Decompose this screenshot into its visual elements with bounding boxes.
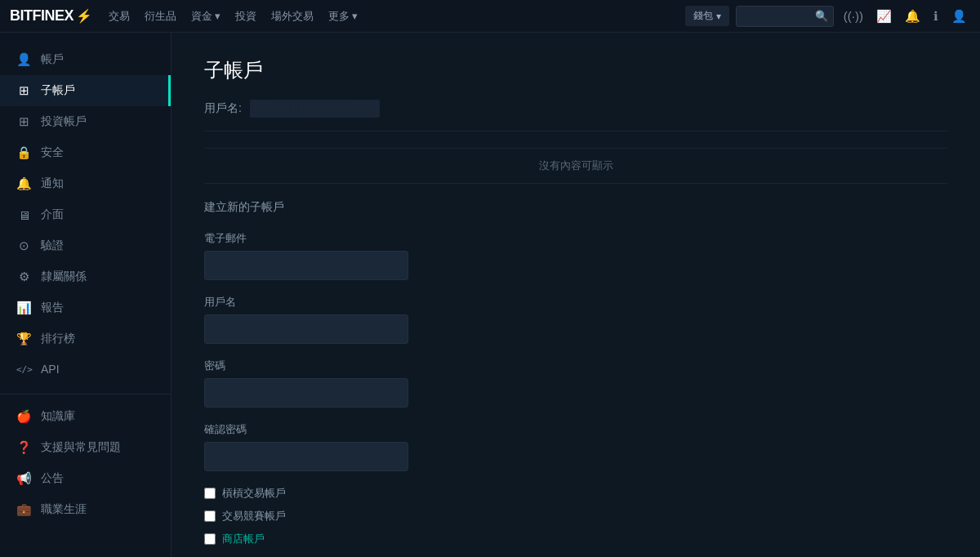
checkbox-group: 槓槓交易帳戶 交易競賽帳戶 商店帳戶: [204, 486, 947, 546]
sidebar-item-leaderboard[interactable]: 🏆 排行榜: [0, 323, 171, 354]
nav-item-otc[interactable]: 場外交易: [271, 9, 314, 24]
sidebar-item-knowledge-base[interactable]: 🍎 知識庫: [0, 401, 171, 432]
sidebar-item-label-sub-account: 子帳戶: [41, 83, 75, 98]
page-title: 子帳戶: [204, 57, 947, 83]
username-form-label: 用戶名: [204, 295, 947, 310]
notification-icon: 🔔: [16, 176, 31, 191]
monitor-icon: 🖥: [16, 208, 31, 222]
sidebar: 👤 帳戶 ⊞ 子帳戶 ⊞ 投資帳戶 🔒 安全 🔔 通知 🖥 介面: [0, 33, 172, 557]
nav-item-invest[interactable]: 投資: [235, 9, 256, 24]
bell-icon[interactable]: 🔔: [902, 6, 924, 27]
username-value: ██████████: [250, 100, 380, 118]
trading-competition-checkbox[interactable]: [204, 510, 216, 522]
chevron-down-icon: ▾: [215, 10, 220, 22]
verification-icon: ⊙: [16, 238, 31, 253]
username-input[interactable]: [204, 314, 408, 344]
main-nav: 交易 衍生品 資金 ▾ 投資 場外交易 更多 ▾: [109, 9, 685, 24]
password-form-group: 密碼: [204, 359, 947, 408]
nav-item-trade[interactable]: 交易: [109, 9, 130, 24]
shop-account-checkbox[interactable]: [204, 533, 216, 545]
trading-competition-checkbox-item[interactable]: 交易競賽帳戶: [204, 509, 947, 524]
sidebar-item-career[interactable]: 💼 職業生涯: [0, 494, 171, 525]
margin-account-checkbox[interactable]: [204, 488, 216, 499]
sidebar-item-label-support: 支援與常見問題: [41, 440, 121, 455]
knowledge-icon: 🍎: [16, 409, 31, 424]
sidebar-item-sub-account[interactable]: ⊞ 子帳戶: [0, 75, 171, 106]
sidebar-item-label-security: 安全: [41, 145, 64, 160]
sidebar-item-label-interface: 介面: [41, 207, 64, 222]
lock-icon: 🔒: [16, 145, 31, 160]
sub-account-icon: ⊞: [16, 83, 31, 98]
user-icon[interactable]: 👤: [948, 6, 970, 27]
divider: [204, 131, 947, 131]
main-content: 子帳戶 用戶名: ██████████ 沒有內容可顯示 建立新的子帳戶 電子郵件…: [172, 33, 980, 557]
sidebar-item-label-report: 報告: [41, 301, 64, 315]
announcement-icon: 📢: [16, 471, 31, 486]
username-row: 用戶名: ██████████: [204, 100, 947, 118]
sidebar-item-verification[interactable]: ⊙ 驗證: [0, 230, 171, 261]
shop-account-checkbox-item[interactable]: 商店帳戶: [204, 532, 947, 546]
sidebar-item-invest-account[interactable]: ⊞ 投資帳戶: [0, 106, 171, 137]
username-label: 用戶名:: [204, 101, 242, 116]
search-input[interactable]: [742, 11, 815, 22]
report-icon: 📊: [16, 301, 31, 315]
no-content-message: 沒有內容可顯示: [204, 148, 947, 184]
logo-text: BITFINEX: [10, 7, 74, 25]
sidebar-item-label-leaderboard: 排行榜: [41, 332, 75, 346]
shop-account-label: 商店帳戶: [222, 532, 265, 546]
trophy-icon: 🏆: [16, 332, 31, 346]
username-form-group: 用戶名: [204, 295, 947, 344]
create-section-title: 建立新的子帳戶: [204, 200, 947, 215]
sidebar-item-label-affiliation: 隸屬關係: [41, 270, 87, 284]
help-icon[interactable]: ℹ: [930, 6, 942, 27]
sidebar-item-report[interactable]: 📊 報告: [0, 292, 171, 323]
password-input[interactable]: [204, 378, 408, 408]
sidebar-item-label-invest-account: 投資帳戶: [41, 114, 87, 129]
sidebar-item-notification[interactable]: 🔔 通知: [0, 168, 171, 199]
confirm-password-form-group: 確認密碼: [204, 422, 947, 471]
chart-icon[interactable]: 📈: [873, 6, 895, 27]
trading-competition-label: 交易競賽帳戶: [222, 509, 286, 524]
sidebar-item-account[interactable]: 👤 帳戶: [0, 44, 171, 75]
sidebar-item-label-account: 帳戶: [41, 52, 64, 67]
email-input[interactable]: [204, 251, 408, 280]
sidebar-item-label-verification: 驗證: [41, 238, 64, 253]
sidebar-item-security[interactable]: 🔒 安全: [0, 137, 171, 168]
wallet-button[interactable]: 錢包 ▾: [685, 6, 729, 26]
confirm-password-input[interactable]: [204, 442, 408, 471]
sidebar-support-section: 🍎 知識庫 ❓ 支援與常見問題 📢 公告 💼 職業生涯: [0, 394, 171, 528]
account-icon: 👤: [16, 52, 31, 67]
logo[interactable]: BITFINEX ⚡: [10, 7, 92, 25]
email-label: 電子郵件: [204, 231, 947, 246]
chevron-down-icon-more: ▾: [352, 10, 358, 22]
search-box[interactable]: 🔍: [736, 6, 834, 27]
email-form-group: 電子郵件: [204, 231, 947, 280]
confirm-password-label: 確認密碼: [204, 422, 947, 437]
header-right: 錢包 ▾ 🔍 ((·)) 📈 🔔 ℹ 👤: [685, 6, 970, 27]
header: BITFINEX ⚡ 交易 衍生品 資金 ▾ 投資 場外交易 更多 ▾ 錢包 ▾…: [0, 0, 980, 33]
margin-account-checkbox-item[interactable]: 槓槓交易帳戶: [204, 486, 947, 501]
nav-item-derivatives[interactable]: 衍生品: [145, 9, 176, 24]
sidebar-main-section: 👤 帳戶 ⊞ 子帳戶 ⊞ 投資帳戶 🔒 安全 🔔 通知 🖥 介面: [0, 41, 171, 387]
logo-icon: ⚡: [76, 8, 92, 24]
password-label: 密碼: [204, 359, 947, 373]
sidebar-item-announcement[interactable]: 📢 公告: [0, 463, 171, 494]
sidebar-item-api[interactable]: </> API: [0, 354, 171, 384]
sidebar-item-label-career: 職業生涯: [41, 502, 87, 517]
sidebar-item-support[interactable]: ❓ 支援與常見問題: [0, 432, 171, 463]
sidebar-item-interface[interactable]: 🖥 介面: [0, 199, 171, 230]
search-icon: 🔍: [815, 10, 828, 22]
sidebar-item-affiliation[interactable]: ⚙ 隸屬關係: [0, 261, 171, 292]
api-icon: </>: [16, 364, 31, 375]
affiliation-icon: ⚙: [16, 270, 31, 284]
nav-item-more[interactable]: 更多 ▾: [328, 9, 358, 24]
question-icon: ❓: [16, 440, 31, 455]
nav-item-funds[interactable]: 資金 ▾: [191, 9, 220, 24]
sidebar-item-label-notification: 通知: [41, 176, 64, 191]
margin-account-label: 槓槓交易帳戶: [222, 486, 286, 501]
invest-account-icon: ⊞: [16, 114, 31, 129]
sidebar-item-label-knowledge-base: 知識庫: [41, 409, 75, 424]
career-icon: 💼: [16, 502, 31, 517]
wifi-icon[interactable]: ((·)): [840, 6, 866, 26]
sidebar-item-label-announcement: 公告: [41, 471, 64, 486]
